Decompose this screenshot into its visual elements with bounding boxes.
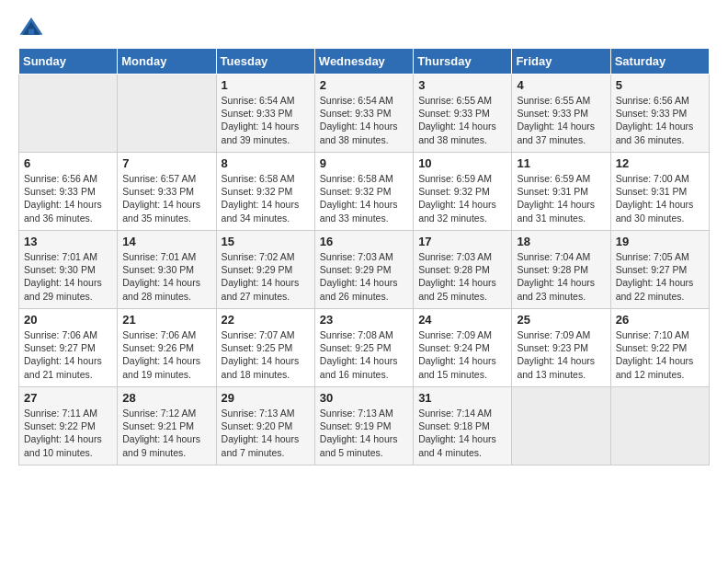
- calendar-cell: [118, 75, 216, 153]
- cell-details: Sunrise: 7:12 AMSunset: 9:21 PMDaylight:…: [122, 407, 210, 459]
- cell-details: Sunrise: 7:08 AMSunset: 9:25 PMDaylight:…: [320, 328, 408, 381]
- day-number: 18: [517, 235, 605, 248]
- calendar-cell: 5Sunrise: 6:56 AMSunset: 9:33 PMDaylight…: [610, 75, 709, 153]
- day-number: 21: [122, 313, 210, 327]
- calendar-cell: 26Sunrise: 7:10 AMSunset: 9:22 PMDayligh…: [610, 309, 709, 387]
- day-number: 5: [616, 78, 704, 92]
- calendar-cell: 14Sunrise: 7:01 AMSunset: 9:30 PMDayligh…: [118, 231, 216, 309]
- calendar-cell: 12Sunrise: 7:00 AMSunset: 9:31 PMDayligh…: [610, 153, 709, 231]
- day-number: 20: [24, 313, 112, 327]
- calendar-week-row: 13Sunrise: 7:01 AMSunset: 9:30 PMDayligh…: [19, 231, 710, 309]
- day-number: 10: [418, 156, 506, 170]
- calendar-cell: 22Sunrise: 7:07 AMSunset: 9:25 PMDayligh…: [216, 309, 314, 387]
- calendar-cell: 20Sunrise: 7:06 AMSunset: 9:27 PMDayligh…: [19, 309, 118, 387]
- calendar-cell: 23Sunrise: 7:08 AMSunset: 9:25 PMDayligh…: [314, 309, 413, 387]
- cell-details: Sunrise: 6:58 AMSunset: 9:32 PMDaylight:…: [222, 172, 310, 224]
- day-number: 19: [616, 235, 704, 248]
- cell-details: Sunrise: 7:10 AMSunset: 9:22 PMDaylight:…: [616, 328, 704, 381]
- day-number: 11: [517, 156, 605, 170]
- logo-icon: [18, 15, 44, 40]
- cell-details: Sunrise: 7:14 AMSunset: 9:18 PMDaylight:…: [418, 407, 506, 459]
- cell-details: Sunrise: 7:09 AMSunset: 9:23 PMDaylight:…: [517, 328, 605, 381]
- cell-details: Sunrise: 6:58 AMSunset: 9:32 PMDaylight:…: [320, 172, 408, 224]
- calendar-table: SundayMondayTuesdayWednesdayThursdayFrid…: [18, 48, 710, 465]
- day-number: 1: [222, 78, 310, 92]
- calendar-cell: 2Sunrise: 6:54 AMSunset: 9:33 PMDaylight…: [314, 75, 413, 153]
- calendar-week-row: 1Sunrise: 6:54 AMSunset: 9:33 PMDaylight…: [19, 75, 710, 153]
- day-number: 28: [122, 391, 210, 405]
- calendar-cell: 7Sunrise: 6:57 AMSunset: 9:33 PMDaylight…: [118, 153, 216, 231]
- cell-details: Sunrise: 7:01 AMSunset: 9:30 PMDaylight:…: [24, 250, 112, 303]
- calendar-cell: 31Sunrise: 7:14 AMSunset: 9:18 PMDayligh…: [414, 387, 512, 465]
- column-header-wednesday: Wednesday: [314, 49, 413, 75]
- cell-details: Sunrise: 7:03 AMSunset: 9:28 PMDaylight:…: [418, 250, 506, 303]
- calendar-header-row: SundayMondayTuesdayWednesdayThursdayFrid…: [19, 49, 710, 75]
- cell-details: Sunrise: 7:07 AMSunset: 9:25 PMDaylight:…: [222, 328, 310, 381]
- day-number: 22: [222, 313, 310, 327]
- cell-details: Sunrise: 7:11 AMSunset: 9:22 PMDaylight:…: [24, 407, 112, 459]
- cell-details: Sunrise: 6:55 AMSunset: 9:33 PMDaylight:…: [517, 94, 605, 146]
- calendar-cell: 30Sunrise: 7:13 AMSunset: 9:19 PMDayligh…: [314, 387, 413, 465]
- day-number: 30: [320, 391, 408, 405]
- cell-details: Sunrise: 6:54 AMSunset: 9:33 PMDaylight:…: [320, 94, 408, 146]
- calendar-cell: [19, 75, 118, 153]
- cell-details: Sunrise: 6:56 AMSunset: 9:33 PMDaylight:…: [24, 172, 112, 224]
- day-number: 4: [517, 78, 605, 92]
- calendar-cell: [610, 387, 709, 465]
- calendar-cell: 13Sunrise: 7:01 AMSunset: 9:30 PMDayligh…: [19, 231, 118, 309]
- cell-details: Sunrise: 7:00 AMSunset: 9:31 PMDaylight:…: [616, 172, 704, 224]
- calendar-cell: 3Sunrise: 6:55 AMSunset: 9:33 PMDaylight…: [414, 75, 512, 153]
- cell-details: Sunrise: 6:57 AMSunset: 9:33 PMDaylight:…: [122, 172, 210, 224]
- column-header-sunday: Sunday: [19, 49, 118, 75]
- cell-details: Sunrise: 6:59 AMSunset: 9:31 PMDaylight:…: [517, 172, 605, 224]
- cell-details: Sunrise: 7:03 AMSunset: 9:29 PMDaylight:…: [320, 250, 408, 303]
- cell-details: Sunrise: 6:55 AMSunset: 9:33 PMDaylight:…: [418, 94, 506, 146]
- cell-details: Sunrise: 6:56 AMSunset: 9:33 PMDaylight:…: [616, 94, 704, 146]
- calendar-cell: 16Sunrise: 7:03 AMSunset: 9:29 PMDayligh…: [314, 231, 413, 309]
- calendar-week-row: 6Sunrise: 6:56 AMSunset: 9:33 PMDaylight…: [19, 153, 710, 231]
- calendar-week-row: 27Sunrise: 7:11 AMSunset: 9:22 PMDayligh…: [19, 387, 710, 465]
- day-number: 24: [418, 313, 506, 327]
- calendar-cell: 29Sunrise: 7:13 AMSunset: 9:20 PMDayligh…: [216, 387, 314, 465]
- cell-details: Sunrise: 6:59 AMSunset: 9:32 PMDaylight:…: [418, 172, 506, 224]
- calendar-cell: 9Sunrise: 6:58 AMSunset: 9:32 PMDaylight…: [314, 153, 413, 231]
- page-header: [18, 15, 710, 40]
- column-header-tuesday: Tuesday: [216, 49, 314, 75]
- calendar-cell: 8Sunrise: 6:58 AMSunset: 9:32 PMDaylight…: [216, 153, 314, 231]
- calendar-cell: 28Sunrise: 7:12 AMSunset: 9:21 PMDayligh…: [118, 387, 216, 465]
- day-number: 16: [320, 235, 408, 248]
- day-number: 14: [122, 235, 210, 248]
- day-number: 23: [320, 313, 408, 327]
- day-number: 7: [122, 156, 210, 170]
- cell-details: Sunrise: 6:54 AMSunset: 9:33 PMDaylight:…: [222, 94, 310, 146]
- day-number: 31: [418, 391, 506, 405]
- calendar-cell: [512, 387, 610, 465]
- calendar-cell: 6Sunrise: 6:56 AMSunset: 9:33 PMDaylight…: [19, 153, 118, 231]
- calendar-cell: 11Sunrise: 6:59 AMSunset: 9:31 PMDayligh…: [512, 153, 610, 231]
- cell-details: Sunrise: 7:13 AMSunset: 9:19 PMDaylight:…: [320, 407, 408, 459]
- calendar-cell: 25Sunrise: 7:09 AMSunset: 9:23 PMDayligh…: [512, 309, 610, 387]
- day-number: 3: [418, 78, 506, 92]
- day-number: 15: [222, 235, 310, 248]
- calendar-cell: 27Sunrise: 7:11 AMSunset: 9:22 PMDayligh…: [19, 387, 118, 465]
- day-number: 29: [222, 391, 310, 405]
- cell-details: Sunrise: 7:01 AMSunset: 9:30 PMDaylight:…: [122, 250, 210, 303]
- column-header-monday: Monday: [118, 49, 216, 75]
- day-number: 26: [616, 313, 704, 327]
- calendar-cell: 15Sunrise: 7:02 AMSunset: 9:29 PMDayligh…: [216, 231, 314, 309]
- cell-details: Sunrise: 7:04 AMSunset: 9:28 PMDaylight:…: [517, 250, 605, 303]
- column-header-saturday: Saturday: [610, 49, 709, 75]
- calendar-week-row: 20Sunrise: 7:06 AMSunset: 9:27 PMDayligh…: [19, 309, 710, 387]
- column-header-thursday: Thursday: [414, 49, 512, 75]
- day-number: 12: [616, 156, 704, 170]
- calendar-cell: 17Sunrise: 7:03 AMSunset: 9:28 PMDayligh…: [414, 231, 512, 309]
- day-number: 8: [222, 156, 310, 170]
- calendar-cell: 1Sunrise: 6:54 AMSunset: 9:33 PMDaylight…: [216, 75, 314, 153]
- calendar-cell: 18Sunrise: 7:04 AMSunset: 9:28 PMDayligh…: [512, 231, 610, 309]
- column-header-friday: Friday: [512, 49, 610, 75]
- day-number: 6: [24, 156, 112, 170]
- cell-details: Sunrise: 7:05 AMSunset: 9:27 PMDaylight:…: [616, 250, 704, 303]
- day-number: 2: [320, 78, 408, 92]
- calendar-cell: 19Sunrise: 7:05 AMSunset: 9:27 PMDayligh…: [610, 231, 709, 309]
- calendar-cell: 4Sunrise: 6:55 AMSunset: 9:33 PMDaylight…: [512, 75, 610, 153]
